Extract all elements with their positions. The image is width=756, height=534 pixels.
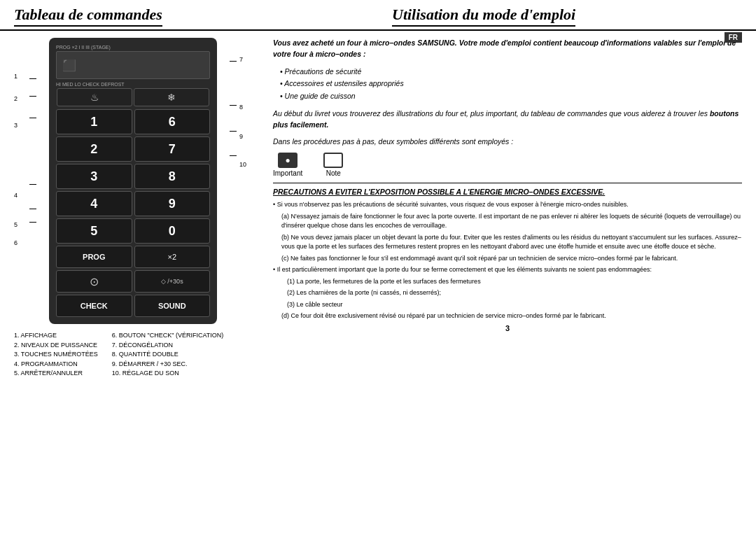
num-2-button[interactable]: 2: [56, 136, 132, 162]
intro-paragraph: Vous avez acheté un four à micro–ondes S…: [273, 38, 742, 60]
legend-item-10: 10. RÉGLAGE DU SON: [112, 369, 224, 379]
right-section-title: Utilisation du mode d'emploi: [392, 6, 575, 27]
warning-bullet-2: • Il est particulièrement important que …: [273, 265, 742, 275]
prog-button[interactable]: PROG: [56, 246, 132, 268]
legend-item-3: 3. TOUCHES NUMÉROTÉES: [14, 350, 98, 360]
legend-item-6: 6. BOUTON "CHECK" (VÉRIFICATION): [112, 331, 224, 341]
important-label: Important: [273, 169, 302, 177]
display-top-label: PROG ×2 I II III (STAGE): [56, 45, 210, 50]
ann-8: 8: [239, 104, 252, 111]
bullet-1: Précautions de sécurité: [280, 66, 742, 78]
section-divider: [273, 183, 742, 183]
legend-right: 6. BOUTON "CHECK" (VÉRIFICATION) 7. DÉCO…: [112, 331, 224, 379]
ann-2: 2: [14, 95, 27, 102]
ann-10: 10: [239, 161, 252, 168]
header-right: Utilisation du mode d'emploi: [392, 6, 742, 27]
stop-start-row: ⊙ ◇ /+30s: [56, 270, 210, 293]
num-1-button[interactable]: 1: [56, 109, 132, 134]
warning-title: PRECAUTIONS A EVITER L'EXPOSITION POSSIB…: [273, 188, 742, 196]
warning-sub-1: (1) La porte, les fermetures de la porte…: [287, 277, 742, 287]
legend-columns: 1. AFFICHAGE 2. NIVEAUX DE PUISSANCE 3. …: [14, 331, 252, 379]
symbols-intro: Dans les procédures pas à pas, deux symb…: [273, 136, 742, 148]
legend: 1. AFFICHAGE 2. NIVEAUX DE PUISSANCE 3. …: [14, 331, 252, 379]
important-icon: ●: [278, 153, 298, 168]
snowflake-button[interactable]: ❄: [134, 88, 209, 106]
warning-d: (d) Ce four doit être exclusivement révi…: [281, 311, 742, 321]
page-header: Tableau de commandes Utilisation du mode…: [0, 0, 756, 31]
main-content: 1 2 3 4 5 6 PROG ×2 I II III (STAGE): [0, 31, 756, 534]
bullet-3: Une guide de cuisson: [280, 90, 742, 103]
warning-sub-2: (2) Les charnières de la porte (ni cassé…: [287, 288, 742, 298]
numpad: 1 6 2 7 3 8 4 9 5 0: [56, 109, 210, 244]
num-8-button[interactable]: 8: [134, 164, 211, 189]
legend-item-4: 4. PROGRAMMATION: [14, 360, 98, 370]
right-annotations: 7 8 9 10: [239, 38, 252, 168]
warning-b: (b) Ne vous devez jamais placer un objet…: [281, 233, 742, 252]
legend-item-9: 9. DÉMARRER / +30 SEC.: [112, 360, 224, 370]
bullet-list: Précautions de sécurité Accessoires et u…: [280, 66, 742, 104]
warning-bullet-main: • Si vous n'observez pas les précautions…: [273, 200, 742, 210]
num-5-button[interactable]: 5: [56, 218, 132, 244]
num-6-button[interactable]: 6: [134, 109, 211, 134]
ann-6: 6: [14, 239, 27, 246]
warning-a: (a) N'essayez jamais de faire fonctionne…: [281, 212, 742, 231]
legend-item-2: 2. NIVEAUX DE PUISSANCE: [14, 341, 98, 351]
warning-sub-3: (3) Le câble secteur: [287, 300, 742, 310]
sound-button[interactable]: SOUND: [134, 295, 211, 317]
right-panel: FR Vous avez acheté un four à micro–onde…: [266, 38, 742, 527]
ann-1: 1: [14, 73, 27, 80]
fr-badge: FR: [724, 32, 742, 43]
left-panel: 1 2 3 4 5 6 PROG ×2 I II III (STAGE): [14, 38, 252, 527]
legend-item-5: 5. ARRÊTER/ANNULER: [14, 369, 98, 379]
symbol-important: ● Important: [273, 153, 302, 177]
left-annotations: 1 2 3 4 5 6: [14, 38, 27, 246]
stop-button[interactable]: ⊙: [56, 270, 132, 293]
ann-7: 7: [239, 56, 252, 63]
start-button[interactable]: ◇ /+30s: [134, 270, 211, 293]
check-sound-row: CHECK SOUND: [56, 295, 210, 317]
legend-item-1: 1. AFFICHAGE: [14, 331, 98, 341]
header-left: Tableau de commandes: [14, 6, 364, 27]
bullet-2: Accessoires et ustensiles appropriés: [280, 78, 742, 90]
power-labels: HI MED LO CHECK DEFROST: [56, 82, 210, 87]
num-0-button[interactable]: 0: [134, 218, 211, 244]
x2-button[interactable]: ×2: [134, 246, 211, 268]
legend-left: 1. AFFICHAGE 2. NIVEAUX DE PUISSANCE 3. …: [14, 331, 98, 379]
microwave-panel: PROG ×2 I II III (STAGE) ⬛ HI MED LO CHE…: [49, 38, 217, 324]
symbol-note: ✉ Note: [323, 153, 343, 177]
note-label: Note: [326, 169, 341, 177]
ann-4: 4: [14, 192, 27, 199]
num-4-button[interactable]: 4: [56, 191, 132, 216]
right-lines: [230, 38, 237, 156]
legend-item-8: 8. QUANTITÉ DOUBLE: [112, 350, 224, 360]
num-9-button[interactable]: 9: [134, 191, 211, 216]
power-buttons-row: ♨ ❄: [56, 88, 210, 106]
num-3-button[interactable]: 3: [56, 164, 132, 189]
check-button[interactable]: CHECK: [56, 295, 132, 317]
note-icon: ✉: [323, 153, 343, 168]
flame-button[interactable]: ♨: [57, 88, 132, 106]
left-section-title: Tableau de commandes: [14, 6, 162, 27]
symbols-row: ● Important ✉ Note: [273, 153, 742, 177]
display-area: ⬛: [56, 51, 210, 79]
warning-c: (c) Ne faites pas fonctionner le four s'…: [281, 254, 742, 264]
ann-3: 3: [14, 122, 27, 129]
note-paragraph: Au début du livret vous trouverez des il…: [273, 108, 742, 131]
num-7-button[interactable]: 7: [134, 136, 211, 162]
left-lines: [29, 38, 36, 223]
warning-body: • Si vous n'observez pas les précautions…: [273, 200, 742, 321]
ann-9: 9: [239, 133, 252, 140]
page-number: 3: [273, 324, 742, 332]
ann-5: 5: [14, 221, 27, 228]
legend-item-7: 7. DÉCONGÉLATION: [112, 341, 224, 351]
prog-row: PROG ×2: [56, 246, 210, 268]
